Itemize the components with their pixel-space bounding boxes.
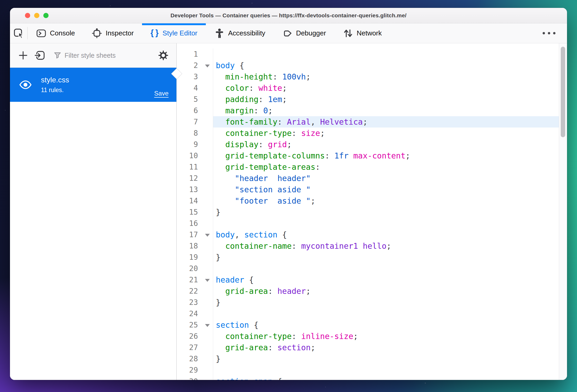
code-text[interactable] [213,263,559,274]
code-line-15[interactable]: 15} [177,206,559,218]
code-line-1[interactable]: 1 [177,49,559,60]
code-text[interactable]: padding: 1em; [213,94,559,105]
toggle-visibility-button[interactable] [10,80,41,89]
node-picker-button[interactable] [10,23,27,43]
close-window-button[interactable] [25,13,30,18]
code-text[interactable]: body { [213,60,559,71]
toolbox-meatball-menu-button[interactable] [531,23,567,43]
editor-scrollbar[interactable] [559,43,567,380]
code-text[interactable]: body, section { [213,229,559,240]
code-line-16[interactable]: 16 [177,218,559,229]
code-text[interactable]: section { [213,319,559,331]
code-line-12[interactable]: 12 "header header" [177,173,559,184]
stylesheet-item-selected[interactable]: style.css 11 rules. Save [10,68,176,102]
css-source-editor[interactable]: 12body {3 min-height: 100vh;4 color: whi… [177,43,567,380]
code-line-8[interactable]: 8 container-type: size; [177,128,559,139]
code-text[interactable]: section span { [213,376,559,380]
code-text[interactable]: } [213,297,559,308]
code-line-17[interactable]: 17body, section { [177,229,559,240]
line-number: 16 [177,218,213,229]
line-number-gutter: 8 [177,128,213,139]
fold-arrow-icon[interactable] [205,279,210,282]
window-titlebar[interactable]: Developer Tools — Container queries — ht… [10,8,567,23]
save-link[interactable]: Save [154,90,169,97]
code-line-3[interactable]: 3 min-height: 100vh; [177,71,559,82]
line-number-gutter: 6 [177,105,213,116]
code-line-26[interactable]: 26 container-type: inline-size; [177,331,559,342]
code-line-4[interactable]: 4 color: white; [177,82,559,94]
code-text[interactable]: display: grid; [213,139,559,150]
code-text[interactable]: container-name: mycontainer1 hello; [213,240,559,252]
tab-network[interactable]: Network [334,23,390,43]
tab-debugger[interactable]: Debugger [274,23,334,43]
code-line-29[interactable]: 29 [177,364,559,376]
zoom-window-button[interactable] [43,13,49,18]
code-line-6[interactable]: 6 margin: 0; [177,105,559,116]
code-line-5[interactable]: 5 padding: 1em; [177,94,559,105]
code-text[interactable]: font-family: Arial, Helvetica; [213,116,559,128]
code-line-9[interactable]: 9 display: grid; [177,139,559,150]
code-text[interactable]: header { [213,274,559,285]
line-number-gutter: 17 [177,229,213,240]
code-line-28[interactable]: 28} [177,353,559,364]
code-text[interactable]: "footer aside "; [213,195,559,206]
code-line-20[interactable]: 20 [177,263,559,274]
code-line-7[interactable]: 7 font-family: Arial, Helvetica; [177,116,559,128]
line-number-gutter: 19 [177,252,213,263]
code-line-27[interactable]: 27 grid-area: section; [177,342,559,353]
code-text[interactable]: container-type: inline-size; [213,331,559,342]
import-stylesheet-button[interactable] [33,48,47,63]
line-number-gutter: 25 [177,319,213,331]
code-line-25[interactable]: 25section { [177,319,559,331]
code-text[interactable]: "section aside " [213,184,559,195]
tab-label: Debugger [296,29,326,37]
code-text[interactable]: } [213,252,559,263]
code-line-10[interactable]: 10 grid-template-columns: 1fr max-conten… [177,150,559,161]
fold-arrow-icon[interactable] [205,324,210,327]
line-number-gutter: 20 [177,263,213,274]
tab-accessibility[interactable]: Accessibility [206,23,274,43]
code-text[interactable] [213,308,559,319]
code-text[interactable]: grid-area: section; [213,342,559,353]
fold-arrow-icon[interactable] [205,65,210,67]
code-text[interactable]: margin: 0; [213,105,559,116]
tab-console[interactable]: Console [28,23,83,43]
fold-arrow-icon[interactable] [205,234,210,237]
code-text[interactable]: "header header" [213,173,559,184]
code-text[interactable]: grid-template-areas: [213,161,559,173]
code-line-22[interactable]: 22 grid-area: header; [177,285,559,297]
filter-stylesheets-input[interactable]: Filter style sheets [49,51,154,59]
code-line-30[interactable]: 30section span { [177,376,559,380]
code-text[interactable]: container-type: size; [213,128,559,139]
code-text[interactable]: min-height: 100vh; [213,71,559,82]
line-number-gutter: 13 [177,184,213,195]
code-line-14[interactable]: 14 "footer aside "; [177,195,559,206]
stylesheet-options-button[interactable] [156,48,171,63]
tab-style-editor[interactable]: { } Style Editor [142,23,206,43]
code-line-13[interactable]: 13 "section aside " [177,184,559,195]
tabbar-spacer [390,23,531,43]
tab-inspector[interactable]: Inspector [83,23,142,43]
new-stylesheet-button[interactable] [16,48,30,63]
code-line-19[interactable]: 19} [177,252,559,263]
code-line-2[interactable]: 2body { [177,60,559,71]
tab-label: Accessibility [228,29,265,37]
code-line-11[interactable]: 11 grid-template-areas: [177,161,559,173]
code-text[interactable]: grid-template-columns: 1fr max-content; [213,150,559,161]
stylesheet-list: style.css 11 rules. Save [10,68,176,380]
code-line-24[interactable]: 24 [177,308,559,319]
code-text[interactable] [213,218,559,229]
code-line-21[interactable]: 21header { [177,274,559,285]
line-number-gutter: 18 [177,240,213,252]
scrollbar-thumb[interactable] [561,47,565,137]
code-line-18[interactable]: 18 container-name: mycontainer1 hello; [177,240,559,252]
line-number: 11 [177,161,213,173]
code-text[interactable]: } [213,206,559,218]
code-text[interactable] [213,364,559,376]
minimize-window-button[interactable] [34,13,39,18]
code-line-23[interactable]: 23} [177,297,559,308]
code-text[interactable]: grid-area: header; [213,285,559,297]
code-text[interactable] [213,49,559,60]
code-text[interactable]: color: white; [213,82,559,94]
code-text[interactable]: } [213,353,559,364]
